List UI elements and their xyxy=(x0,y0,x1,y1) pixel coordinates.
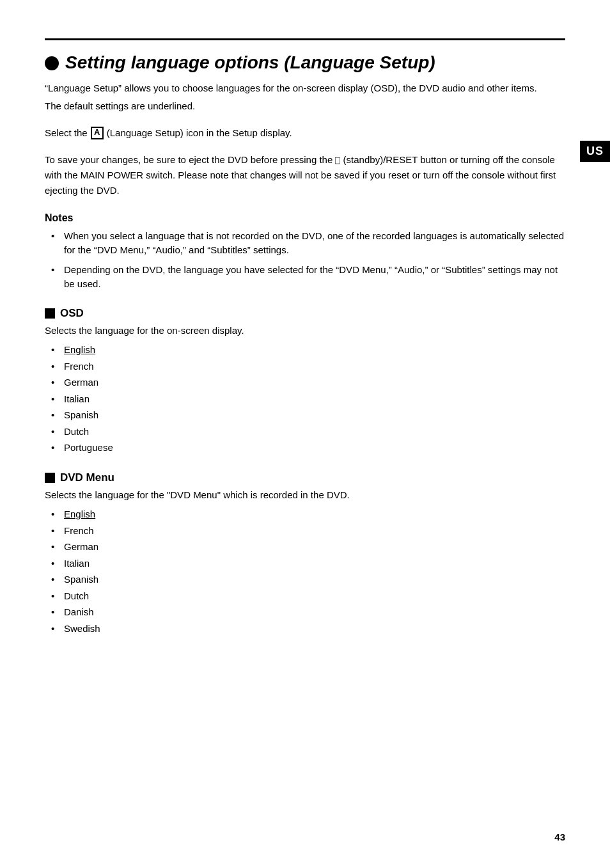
us-badge: US xyxy=(580,141,610,162)
osd-lang-item-1: French xyxy=(51,358,565,375)
language-setup-icon: A xyxy=(91,127,104,139)
dvd-lang-item-6: Danish xyxy=(51,604,565,620)
dvd-menu-heading-text: DVD Menu xyxy=(60,471,114,484)
bullet-circle-icon xyxy=(45,56,59,70)
dvd-lang-item-4: Spanish xyxy=(51,571,565,588)
osd-lang-item-4: Spanish xyxy=(51,407,565,423)
select-instruction: Select the A (Language Setup) icon in th… xyxy=(45,125,565,141)
page-number: 43 xyxy=(554,832,565,842)
osd-lang-item-5: Dutch xyxy=(51,423,565,440)
save-warning-text: To save your changes, be sure to eject t… xyxy=(45,152,565,198)
title-text: Setting language options (Language Setup… xyxy=(65,52,435,74)
note-item-2: Depending on the DVD, the language you h… xyxy=(51,263,565,292)
notes-heading: Notes xyxy=(45,212,565,224)
notes-list: When you select a language that is not r… xyxy=(45,229,565,292)
page-container: Setting language options (Language Setup… xyxy=(0,0,610,868)
dvd-menu-section: DVD Menu Selects the language for the "D… xyxy=(45,471,565,637)
select-suffix: (Language Setup) icon in the Setup displ… xyxy=(107,125,292,141)
dvd-lang-item-1: French xyxy=(51,523,565,539)
top-rule xyxy=(45,38,565,40)
osd-lang-item-3: Italian xyxy=(51,391,565,407)
osd-lang-item-6: Portuguese xyxy=(51,439,565,456)
osd-square-icon xyxy=(45,308,55,319)
dvd-lang-item-7: Swedish xyxy=(51,620,565,637)
notes-section: Notes When you select a language that is… xyxy=(45,212,565,292)
intro-line1: “Language Setup” allows you to choose la… xyxy=(45,81,565,96)
dvd-menu-square-icon xyxy=(45,473,55,483)
intro-line2: The default settings are underlined. xyxy=(45,99,565,114)
standby-icon: ⎕ xyxy=(335,154,340,168)
dvd-menu-heading: DVD Menu xyxy=(45,471,565,484)
dvd-menu-description: Selects the language for the "DVD Menu" … xyxy=(45,488,565,503)
dvd-lang-item-5: Dutch xyxy=(51,588,565,604)
osd-lang-item-2: German xyxy=(51,374,565,391)
select-prefix: Select the xyxy=(45,125,88,141)
osd-language-list: EnglishFrenchGermanItalianSpanishDutchPo… xyxy=(45,342,565,456)
osd-heading-text: OSD xyxy=(60,307,84,320)
dvd-lang-item-0: English xyxy=(51,506,565,523)
osd-description: Selects the language for the on-screen d… xyxy=(45,324,565,338)
dvd-lang-item-2: German xyxy=(51,539,565,555)
dvd-menu-language-list: EnglishFrenchGermanItalianSpanishDutchDa… xyxy=(45,506,565,636)
osd-heading: OSD xyxy=(45,307,565,320)
page-title: Setting language options (Language Setup… xyxy=(45,52,565,74)
osd-section: OSD Selects the language for the on-scre… xyxy=(45,307,565,456)
dvd-lang-item-3: Italian xyxy=(51,555,565,572)
icon-a-label: A xyxy=(94,126,100,139)
note-item-1: When you select a language that is not r… xyxy=(51,229,565,258)
osd-lang-item-0: English xyxy=(51,342,565,358)
